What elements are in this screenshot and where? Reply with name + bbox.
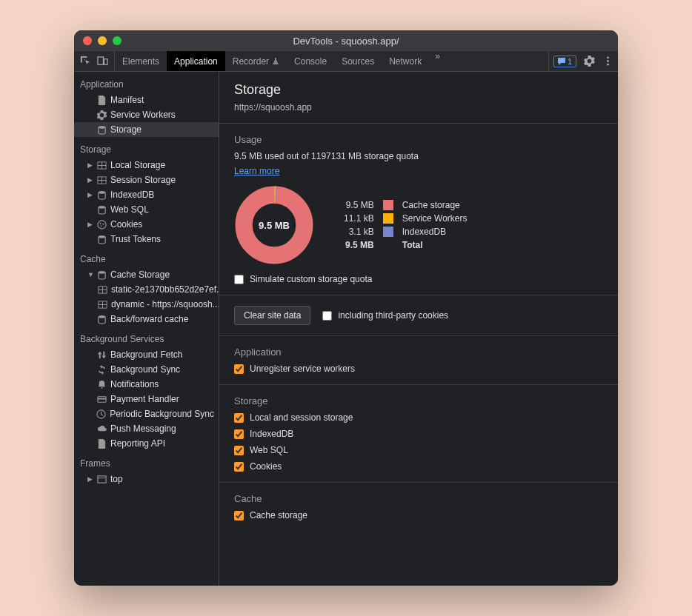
opt-cookies: Cookies	[234, 461, 603, 472]
database-icon	[97, 125, 107, 135]
svg-point-18	[99, 235, 105, 238]
titlebar: DevTools - squoosh.app/	[74, 30, 618, 51]
svg-point-26	[99, 315, 105, 318]
usage-legend: 9.5 MB Cache storage 11.1 kB Service Wor…	[344, 200, 468, 250]
sb-bg-sync[interactable]: Background Sync	[74, 362, 219, 377]
tab-application[interactable]: Application	[167, 51, 225, 71]
messages-chip[interactable]: 1	[553, 56, 576, 67]
opt-unregister-sw: Unregister service workers	[234, 364, 603, 374]
tabs-overflow-icon[interactable]: »	[429, 51, 446, 71]
sb-bg-fetch[interactable]: Background Fetch	[74, 347, 219, 362]
sb-local-storage[interactable]: ▶Local Storage	[74, 158, 219, 173]
opt-cache-storage-checkbox[interactable]	[234, 511, 244, 520]
storage-opts-title: Storage	[234, 395, 603, 406]
sb-session-storage[interactable]: ▶Session Storage	[74, 173, 219, 187]
opt-indexeddb-checkbox[interactable]	[234, 429, 244, 439]
sb-item-label: Background Fetch	[110, 349, 182, 360]
message-icon	[558, 58, 565, 65]
kebab-icon[interactable]	[602, 56, 613, 67]
opt-local-session: Local and session storage	[234, 412, 603, 423]
devtools-window: DevTools - squoosh.app/ Elements Applica…	[74, 30, 618, 586]
sb-item-label: Manifest	[110, 95, 144, 105]
sb-item-label: Payment Handler	[110, 394, 179, 404]
svg-point-14	[98, 220, 106, 228]
database-icon	[97, 235, 107, 244]
sb-notifications[interactable]: Notifications	[74, 377, 219, 392]
svg-point-2	[607, 56, 609, 58]
sb-push-messaging[interactable]: Push Messaging	[74, 421, 219, 436]
database-icon	[97, 205, 107, 215]
tab-recorder[interactable]: Recorder	[225, 51, 287, 71]
cache-opts-title: Cache	[234, 493, 603, 504]
tab-sources[interactable]: Sources	[334, 51, 382, 71]
opt-websql-checkbox[interactable]	[234, 446, 244, 455]
cloud-icon	[97, 424, 107, 434]
sb-item-label: Service Workers	[110, 110, 176, 120]
table-icon	[98, 285, 107, 295]
gear-icon[interactable]	[584, 56, 595, 67]
sb-manifest[interactable]: Manifest	[74, 93, 219, 107]
page-title: Storage	[234, 82, 603, 98]
sb-storage[interactable]: Storage	[74, 122, 219, 137]
svg-point-3	[607, 60, 609, 62]
legend-value: 3.1 kB	[344, 227, 374, 237]
inspect-icon[interactable]	[80, 56, 91, 67]
database-icon	[97, 270, 107, 280]
device-icon[interactable]	[97, 56, 108, 67]
donut-row: 9.5 MB 9.5 MB Cache storage 11.1 kB Serv…	[234, 185, 603, 265]
sb-item-label: dynamic - https://squoosh...	[111, 299, 219, 309]
svg-point-5	[99, 125, 105, 128]
sb-periodic-sync[interactable]: Periodic Background Sync	[74, 406, 219, 421]
sb-cache-storage[interactable]: ▼Cache Storage	[74, 267, 219, 282]
usage-title: Usage	[234, 134, 603, 145]
including-thirdparty-checkbox[interactable]	[322, 311, 332, 321]
opt-label: Local and session storage	[250, 412, 353, 423]
sb-reporting-api[interactable]: Reporting API	[74, 436, 219, 451]
usage-donut-chart: 9.5 MB	[234, 185, 314, 265]
sb-cache-child-static[interactable]: static-2e1370bb652d2e7ef...	[74, 282, 219, 297]
database-icon	[97, 190, 107, 200]
main-panel: Storage https://squoosh.app Usage 9.5 MB…	[219, 72, 618, 586]
opt-cookies-checkbox[interactable]	[234, 462, 244, 472]
opt-unregister-sw-checkbox[interactable]	[234, 364, 244, 374]
sb-section-frames: Frames ▶top	[74, 451, 219, 486]
learn-more-link[interactable]: Learn more	[234, 166, 279, 176]
table-icon	[97, 161, 107, 170]
sb-trust-tokens[interactable]: Trust Tokens	[74, 232, 219, 247]
tab-console[interactable]: Console	[287, 51, 334, 71]
opt-local-session-checkbox[interactable]	[234, 413, 244, 423]
page-url: https://squoosh.app	[234, 102, 603, 113]
simulate-quota-row: Simulate custom storage quota	[234, 274, 603, 284]
sb-item-label: Notifications	[110, 379, 159, 389]
sb-websql[interactable]: Web SQL	[74, 202, 219, 217]
sb-bfcache[interactable]: Back/forward cache	[74, 312, 219, 327]
legend-total-value: 9.5 MB	[344, 240, 374, 250]
clock-icon	[96, 409, 106, 419]
sb-payment-handler[interactable]: Payment Handler	[74, 392, 219, 406]
sb-cache-child-dynamic[interactable]: dynamic - https://squoosh...	[74, 297, 219, 312]
file-icon	[97, 96, 107, 105]
clear-data-section: Clear site data including third-party co…	[219, 295, 618, 336]
storage-opts-section: Storage Local and session storage Indexe…	[219, 385, 618, 483]
tabbar-right: 1	[548, 51, 618, 71]
sb-indexeddb[interactable]: ▶IndexedDB	[74, 187, 219, 202]
legend-value: 11.1 kB	[344, 213, 374, 224]
sb-item-label: IndexedDB	[110, 190, 154, 200]
sb-item-label: Back/forward cache	[110, 314, 188, 324]
sb-frame-top[interactable]: ▶top	[74, 472, 219, 486]
svg-rect-0	[98, 57, 104, 64]
panel-tabs: Elements Application Recorder Console So…	[115, 51, 446, 71]
simulate-quota-checkbox[interactable]	[234, 275, 244, 284]
including-thirdparty-label: including third-party cookies	[338, 310, 448, 321]
legend-swatch	[383, 213, 393, 224]
sb-item-label: Web SQL	[110, 204, 149, 215]
opt-label: Cache storage	[250, 510, 307, 520]
sb-cookies[interactable]: ▶Cookies	[74, 217, 219, 232]
sb-title-cache: Cache	[74, 251, 219, 267]
tab-network[interactable]: Network	[382, 51, 429, 71]
tab-elements[interactable]: Elements	[115, 51, 167, 71]
bell-icon	[97, 380, 107, 389]
clear-site-data-button[interactable]: Clear site data	[234, 306, 310, 325]
legend-name: Service Workers	[402, 213, 468, 224]
sb-service-workers[interactable]: Service Workers	[74, 107, 219, 122]
